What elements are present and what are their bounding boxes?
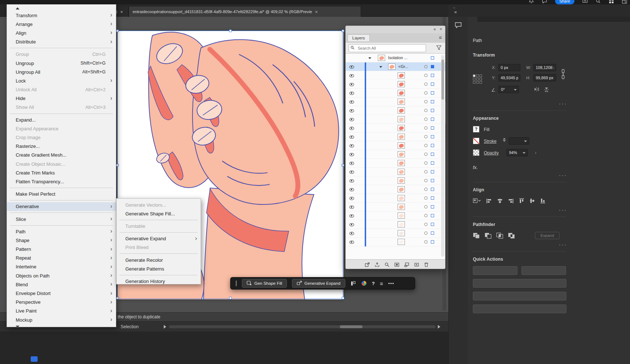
arrange-icon[interactable] [350, 281, 356, 286]
selection-handle[interactable] [342, 164, 344, 166]
selection-handle[interactable] [342, 30, 344, 32]
visibility-eye-icon[interactable] [349, 109, 354, 112]
document-tab-active[interactable]: entraidecoopérationsupport_d4151831-d59f… [129, 7, 361, 17]
layer-target-icon[interactable] [424, 196, 428, 200]
layer-row[interactable] [346, 220, 445, 229]
panel-menu-icon[interactable]: ≡ [439, 35, 442, 41]
selection-handle[interactable] [229, 30, 232, 32]
selection-handle[interactable] [116, 297, 119, 299]
align-to-dropdown-icon[interactable] [473, 198, 481, 204]
visibility-eye-icon[interactable] [349, 127, 354, 130]
layer-target-icon[interactable] [424, 170, 428, 173]
submenu-item[interactable] [119, 232, 198, 233]
layer-target-icon[interactable] [424, 91, 428, 95]
menu-item[interactable]: Perspective [7, 298, 116, 307]
menu-item[interactable]: Align [7, 28, 116, 37]
taskbar-app-icon[interactable] [31, 356, 38, 362]
opacity-swatch[interactable] [473, 149, 479, 156]
menu-item[interactable] [10, 48, 113, 48]
taskbar-more-icon[interactable]: ••• [388, 281, 394, 286]
layer-selection-square[interactable] [431, 109, 434, 112]
comments-icon[interactable] [542, 0, 547, 4]
layer-row-selected-group[interactable]: <Gr... [346, 62, 445, 71]
tab-layers[interactable]: Layers [348, 34, 370, 41]
menu-item[interactable] [10, 114, 113, 114]
quick-action-button[interactable] [473, 304, 566, 313]
notifications-bell-icon[interactable] [529, 0, 534, 4]
layer-row-isolation[interactable]: Isolation ... [346, 54, 445, 62]
close-tab-icon[interactable]: × [315, 9, 318, 14]
layer-row[interactable] [346, 115, 445, 124]
layer-target-icon[interactable] [424, 83, 428, 86]
layer-selection-square[interactable] [431, 240, 434, 244]
submenu-item[interactable] [119, 220, 198, 220]
layer-target-icon[interactable] [424, 205, 428, 208]
menu-item[interactable]: Create Object Mosaic... [7, 160, 116, 168]
collect-for-export-icon[interactable] [365, 262, 370, 267]
menu-item[interactable]: Distribute [7, 38, 116, 46]
delete-icon[interactable] [424, 262, 429, 267]
recolor-ball-icon[interactable] [361, 280, 367, 286]
flip-vertical-icon[interactable] [544, 87, 549, 93]
submenu-item[interactable]: Generate Patterns [117, 264, 201, 273]
more-options-icon[interactable] [473, 101, 566, 105]
visibility-eye-icon[interactable] [349, 188, 354, 191]
align-vertical-center-icon[interactable] [530, 198, 535, 204]
layer-selection-square[interactable] [431, 153, 434, 156]
layer-target-icon[interactable] [424, 214, 428, 217]
menu-item[interactable]: Intertwine [7, 263, 116, 271]
search-icon[interactable] [596, 0, 601, 4]
selection-handle[interactable] [229, 297, 232, 299]
taskbar-drag-handle[interactable] [236, 280, 237, 286]
align-top-icon[interactable] [519, 198, 524, 204]
present-screen-icon[interactable] [582, 0, 588, 4]
generative-expand-button[interactable]: Generative Expand [292, 279, 345, 288]
align-horizontal-center-icon[interactable] [497, 198, 503, 204]
layer-target-icon[interactable] [424, 109, 428, 112]
visibility-eye-icon[interactable] [349, 170, 354, 174]
layer-row[interactable] [346, 229, 445, 238]
menu-item[interactable]: Mockup [7, 315, 116, 324]
collapse-panel-icon[interactable]: « [433, 27, 436, 32]
menu-item[interactable]: Group Ctrl+G [7, 50, 116, 59]
submenu-item[interactable] [119, 253, 198, 254]
layer-target-icon[interactable] [424, 179, 428, 182]
layer-selection-square[interactable] [431, 188, 434, 191]
more-options-icon[interactable] [473, 173, 566, 177]
layer-target-icon[interactable] [424, 144, 428, 147]
taskbar-menu-icon[interactable]: ≡ [380, 280, 383, 287]
layer-row[interactable] [346, 124, 445, 133]
x-input[interactable] [498, 64, 520, 71]
close-tab-icon[interactable]: × [120, 9, 123, 14]
layer-selection-square[interactable] [431, 231, 434, 235]
selection-handle[interactable] [342, 297, 344, 299]
visibility-eye-icon[interactable] [349, 214, 354, 218]
menu-item[interactable]: Ungroup All Alt+Shift+G [7, 68, 116, 76]
pathfinder-expand-button[interactable]: Expand [535, 232, 559, 239]
pathfinder-intersect-icon[interactable] [496, 233, 504, 239]
pathfinder-minus-front-icon[interactable] [485, 233, 492, 239]
visibility-eye-icon[interactable] [349, 83, 354, 86]
menu-item[interactable]: Path [7, 227, 116, 236]
chevron-down-icon[interactable] [379, 66, 382, 68]
fx-label[interactable]: fx. [473, 165, 566, 170]
layer-row[interactable] [346, 89, 445, 97]
h-input[interactable] [534, 74, 556, 81]
layer-selection-square[interactable] [431, 91, 434, 95]
layer-selection-square[interactable] [431, 196, 434, 200]
layer-target-icon[interactable] [424, 223, 428, 226]
layer-row[interactable] [346, 194, 445, 203]
menu-item[interactable] [10, 188, 113, 188]
menu-item[interactable]: Expand... [7, 115, 116, 124]
menu-item[interactable]: Create Gradient Mesh... [7, 151, 116, 160]
more-options-icon[interactable] [473, 242, 566, 246]
menu-item[interactable]: Crop Image [7, 133, 116, 142]
align-left-icon[interactable] [486, 198, 492, 204]
menu-item[interactable]: Generative [7, 202, 116, 211]
visibility-eye-icon[interactable] [349, 118, 354, 121]
layer-selection-square[interactable] [431, 135, 434, 138]
layer-row[interactable] [346, 159, 445, 168]
layer-row[interactable] [346, 211, 445, 220]
layers-panel-header[interactable]: « × [346, 26, 445, 33]
visibility-eye-icon[interactable] [349, 162, 354, 165]
